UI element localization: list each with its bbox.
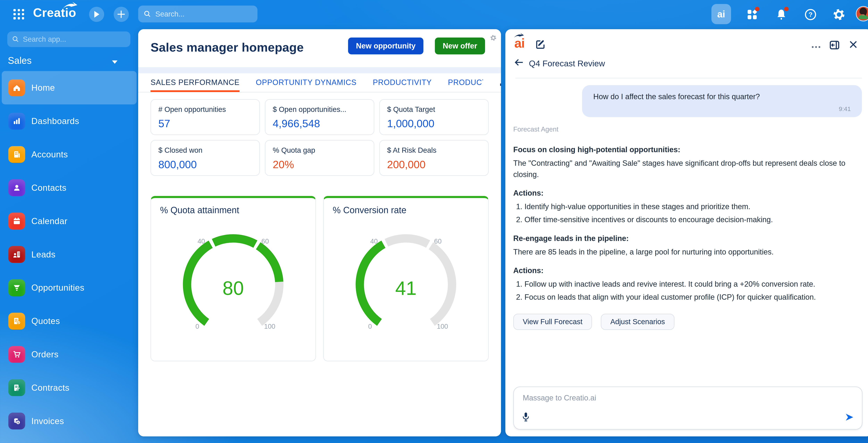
- message-input[interactable]: [523, 394, 853, 402]
- global-search-input[interactable]: [155, 10, 252, 18]
- sidebar-item-label: Leads: [31, 249, 56, 260]
- message-timestamp: 9:41: [593, 106, 851, 113]
- view-full-forecast-button[interactable]: View Full Forecast: [513, 314, 592, 330]
- sidebar-item-label: Accounts: [31, 149, 68, 159]
- metric-value: 20%: [273, 158, 367, 171]
- tab-opportunity-dynamics[interactable]: OPPORTUNITY DYNAMICS: [256, 73, 356, 92]
- sidebar-item-label: Opportunities: [31, 283, 85, 293]
- sidebar-item-label: Invoices: [31, 416, 64, 426]
- metric-value: 57: [158, 117, 252, 129]
- global-search[interactable]: [138, 5, 257, 22]
- add-button[interactable]: [114, 7, 129, 22]
- svg-text:0: 0: [195, 323, 199, 330]
- tab-label: SALES PERFORMANCE: [151, 78, 240, 87]
- sidebar-item-invoices[interactable]: $ Invoices: [0, 405, 138, 438]
- ai-logo-arrow-icon: [514, 32, 524, 38]
- metric-open-opportunities-amount: $ Open opportunities... 4,966,548: [265, 99, 374, 135]
- app-launcher-icon[interactable]: [13, 9, 25, 20]
- metric-label: $ Open opportunities...: [273, 105, 367, 114]
- tab-sales-performance[interactable]: SALES PERFORMANCE: [151, 73, 240, 92]
- sidebar-item-home[interactable]: Home: [0, 71, 138, 105]
- sidebar-item-label: Home: [31, 83, 55, 93]
- creatio-logo[interactable]: Creatio: [33, 5, 76, 20]
- tab-label: PRODUCTIVITY: [373, 78, 432, 87]
- svg-text:0: 0: [368, 323, 372, 330]
- gauge-value: 41: [395, 277, 416, 299]
- close-panel-button[interactable]: [849, 40, 858, 51]
- app-search-input[interactable]: [23, 35, 125, 43]
- page-settings-button[interactable]: [490, 32, 496, 43]
- leads-icon: [8, 246, 25, 263]
- page-title: Sales manager homepage: [151, 40, 304, 54]
- compose-icon: [535, 39, 546, 50]
- metric-closed-won: $ Closed won 800,000: [151, 140, 260, 176]
- help-button[interactable]: ?: [804, 8, 817, 21]
- workspace-selector[interactable]: Sales: [8, 55, 32, 66]
- voice-input-button[interactable]: [522, 412, 529, 424]
- marketplace-button[interactable]: [746, 8, 758, 21]
- metric-cards: # Open opportunities 57 $ Open opportuni…: [151, 99, 489, 176]
- app-search[interactable]: [7, 31, 130, 47]
- adjust-scenarios-button[interactable]: Adjust Scenarios: [601, 314, 675, 330]
- play-icon: [94, 11, 99, 18]
- metric-value: 4,966,548: [273, 117, 367, 129]
- collapse-panel-button[interactable]: [830, 40, 840, 52]
- settings-button[interactable]: [833, 8, 845, 21]
- sidebar-item-label: Dashboards: [31, 116, 79, 126]
- top-bar: Creatio ai ?: [0, 0, 868, 28]
- sidebar-item-label: Orders: [31, 349, 59, 359]
- play-button[interactable]: [89, 7, 104, 22]
- more-icon: [812, 45, 820, 49]
- opportunities-icon: [8, 279, 25, 296]
- sidebar-item-contacts[interactable]: Contacts: [0, 171, 138, 205]
- invoices-icon: $: [8, 413, 25, 430]
- new-offer-button[interactable]: New offer: [435, 37, 485, 54]
- tab-productivity[interactable]: PRODUCTIVITY: [373, 73, 432, 92]
- user-avatar[interactable]: [856, 6, 868, 21]
- sidebar-item-accounts[interactable]: Accounts: [0, 138, 138, 171]
- gauge-widgets: % Quota attainment 40 60 0 100 80 % Co: [151, 196, 489, 361]
- chat-paragraph: The "Contracting" and "Awaiting Sale" st…: [513, 157, 859, 180]
- copilot-button-label: ai: [717, 8, 725, 20]
- agent-response: Focus on closing high-potential opportun…: [513, 137, 859, 308]
- dashboard-tabs: SALES PERFORMANCE OPPORTUNITY DYNAMICS P…: [138, 73, 501, 92]
- more-options-button[interactable]: [812, 40, 820, 51]
- expand-tabs-button[interactable]: [499, 73, 501, 92]
- message-composer[interactable]: [513, 387, 863, 430]
- metric-open-opportunities-count: # Open opportunities 57: [151, 99, 260, 135]
- dashboards-icon: [8, 113, 25, 129]
- sidebar-item-dashboards[interactable]: Dashboards: [0, 105, 138, 138]
- metric-label: % Quota gap: [273, 146, 367, 154]
- sidebar-item-calendar[interactable]: Calendar: [0, 205, 138, 238]
- chevron-down-icon[interactable]: [112, 60, 118, 64]
- notifications-badge: [784, 7, 789, 11]
- svg-text:?: ?: [808, 11, 812, 18]
- sidebar-item-orders[interactable]: Orders: [0, 338, 138, 371]
- search-icon: [144, 10, 151, 18]
- copilot-button[interactable]: ai: [711, 4, 731, 24]
- tab-label: PRODUCTS: [448, 78, 483, 87]
- sidebar-item-quotes[interactable]: Quotes: [0, 304, 138, 338]
- new-opportunity-button[interactable]: New opportunity: [348, 37, 424, 54]
- svg-text:40: 40: [197, 237, 205, 245]
- avatar-photo: [857, 7, 868, 20]
- metric-quota-gap: % Quota gap 20%: [265, 140, 374, 176]
- home-icon: [8, 79, 25, 96]
- chat-heading: Actions:: [513, 187, 859, 199]
- send-icon: [845, 412, 854, 422]
- notifications-button[interactable]: [775, 8, 787, 21]
- sidebar-item-contracts[interactable]: Contracts: [0, 371, 138, 405]
- tab-products[interactable]: PRODUCTS: [448, 73, 483, 92]
- new-chat-button[interactable]: [535, 39, 546, 52]
- quota-attainment-gauge: % Quota attainment 40 60 0 100 80: [151, 196, 316, 361]
- sidebar-item-leads[interactable]: Leads: [0, 238, 138, 271]
- send-button[interactable]: [845, 412, 854, 424]
- back-arrow-icon: [515, 58, 524, 66]
- metric-label: $ At Risk Deals: [387, 146, 481, 154]
- sidebar-item-opportunities[interactable]: Opportunities: [0, 271, 138, 304]
- chat-list: Follow up with inactive leads and revive…: [516, 278, 859, 303]
- calendar-icon: [8, 213, 25, 230]
- conversion-rate-gauge: % Conversion rate 40 60 0 100 41: [323, 196, 489, 361]
- back-button[interactable]: [515, 58, 524, 69]
- sidebar: Sales Home Dashboards Accounts Contacts …: [0, 28, 138, 443]
